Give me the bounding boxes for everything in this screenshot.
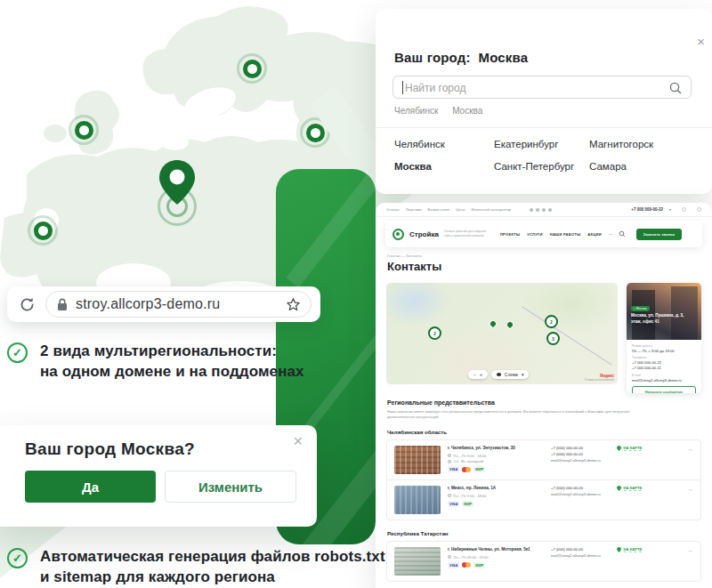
mir-badge: МИР xyxy=(462,501,473,507)
url-text[interactable]: stroy.allcorp3-demo.ru xyxy=(76,296,220,312)
office-thumb xyxy=(394,446,441,474)
email-value[interactable]: mail@stroy2.allcorp3-demo.ru xyxy=(632,378,696,383)
nav-item[interactable]: Услуги xyxy=(527,232,543,237)
city-option[interactable]: Екатеринбург xyxy=(494,139,574,149)
search-icon[interactable] xyxy=(668,81,683,95)
map-cluster[interactable]: 3 xyxy=(546,332,560,345)
map-pin-icon xyxy=(617,547,621,552)
mastercard-badge xyxy=(462,562,471,568)
office-phone[interactable]: +7 (000) 000-00-00 xyxy=(551,446,606,450)
yes-button[interactable]: Да xyxy=(25,471,156,503)
offices-box: г. Набережные Челны, ул. Моторная, 5к1 П… xyxy=(386,541,701,582)
office-schedule: Пн – Пт 9:00 - 18:00 xyxy=(448,494,544,498)
region-heading: Республика Татарстан xyxy=(387,530,449,536)
lock-icon xyxy=(57,298,68,311)
search-icon[interactable] xyxy=(619,230,626,238)
zoom-in-button[interactable]: + xyxy=(480,372,482,377)
city-column-2: Екатеринбург Санкт-Петербург xyxy=(494,139,574,183)
map-cluster[interactable]: 2 xyxy=(428,326,441,340)
office-row[interactable]: г. Челябинск, ул. Энтузиастов, 30 Пн – П… xyxy=(387,440,700,479)
mir-badge: МИР xyxy=(473,466,485,472)
nav-item[interactable]: Наши работы xyxy=(550,232,581,237)
office-email[interactable]: mail@stroy2.allcorp3-demo.ru xyxy=(551,458,606,463)
phone-value[interactable]: +7 000 000-00-11 xyxy=(632,366,696,371)
arrow-right-icon[interactable]: → xyxy=(687,547,693,553)
site-nav: Проекты Услуги Наши работы Акции ··· xyxy=(500,232,613,237)
feature-robots-sitemap: ✓ Автоматическая генерация файлов robots… xyxy=(7,547,385,587)
bookmark-star-icon[interactable] xyxy=(285,296,302,313)
refresh-icon[interactable] xyxy=(18,295,36,314)
office-phone[interactable]: +7 (000) 000-00-00 xyxy=(551,486,606,490)
site-logo[interactable]: Стройка xyxy=(409,230,439,238)
office-email[interactable]: mail@stroy2.allcorp3-demo.ru xyxy=(551,553,606,559)
map-pin-icon xyxy=(617,486,621,491)
nav-item[interactable]: Акции xyxy=(587,232,602,237)
user-icon[interactable] xyxy=(682,207,686,212)
map-pin-icon[interactable] xyxy=(488,318,498,328)
recent-cities: Челябинск Москва xyxy=(394,106,494,116)
visa-badge: VISA xyxy=(448,562,459,568)
city-option-selected[interactable]: Москва xyxy=(394,161,445,172)
city-option[interactable]: Челябинск xyxy=(394,139,445,149)
recent-city[interactable]: Челябинск xyxy=(394,106,438,116)
breadcrumb-home[interactable]: Главная xyxy=(387,254,400,258)
nav-item[interactable]: Проекты xyxy=(500,232,520,237)
hours-value: Пн — Пт, с 9:00 до 19:00 xyxy=(632,349,696,354)
on-map-link[interactable]: На карте xyxy=(617,486,642,491)
call-request-button[interactable]: Заказать звонок xyxy=(636,229,682,240)
city-title-label: Ваш город: xyxy=(394,50,471,65)
cart-icon[interactable] xyxy=(697,207,701,212)
confirm-title: Ваш город Москва? xyxy=(25,439,195,459)
office-thumb xyxy=(394,547,441,576)
map-terms[interactable]: Условия использования xyxy=(585,378,614,382)
clock-icon xyxy=(448,494,451,497)
city-option[interactable]: Санкт-Петербург xyxy=(494,161,574,172)
mir-badge: МИР xyxy=(473,562,485,568)
social-icons[interactable] xyxy=(530,208,552,212)
text-caret xyxy=(402,81,403,94)
browser-address-bar: stroy.allcorp3-demo.ru xyxy=(7,286,320,322)
topbar-link[interactable]: Цены xyxy=(456,207,465,212)
close-icon[interactable]: × xyxy=(697,34,705,49)
nav-more[interactable]: ··· xyxy=(609,232,613,237)
url-field[interactable]: stroy.allcorp3-demo.ru xyxy=(45,291,312,318)
zoom-out-button[interactable]: − xyxy=(473,372,476,377)
city-option[interactable]: Самара xyxy=(589,161,653,172)
office-row[interactable]: г. Набережные Челны, ул. Моторная, 5к1 П… xyxy=(387,542,700,581)
arrow-right-icon[interactable]: → xyxy=(687,486,693,492)
on-map-link[interactable]: На карте xyxy=(617,547,642,552)
change-city-button[interactable]: Изменить xyxy=(165,471,296,503)
topbar-link[interactable]: Отзывы xyxy=(386,207,400,212)
phones-label: Телефоны xyxy=(632,356,696,359)
on-map-link[interactable]: На карте xyxy=(617,446,642,451)
recent-city[interactable]: Москва xyxy=(452,106,482,116)
region-heading: Челябинская область xyxy=(387,429,447,435)
office-phone[interactable]: +7 (000) 000-00-00 xyxy=(551,547,606,552)
contacts-map[interactable]: 2 2 3 − + Схема ▾ Яндекс Условия использ… xyxy=(386,283,618,384)
office-thumb xyxy=(394,486,441,514)
map-pin-icon[interactable] xyxy=(505,319,514,329)
city-option[interactable]: Магнитогорск xyxy=(589,139,653,149)
arrow-right-icon[interactable]: → xyxy=(687,446,693,452)
topbar-link[interactable]: Лицензии xyxy=(406,207,422,212)
topbar-link[interactable]: Вопрос-ответ xyxy=(428,207,450,212)
office-card: г. Москва Москва, ул. Пушкина, д. 3,этаж… xyxy=(627,283,701,393)
city-dialog-title: Ваш город: Москва xyxy=(394,50,528,65)
topbar-phone[interactable]: +7 000 000-00-22 xyxy=(631,207,663,212)
map-cluster[interactable]: 2 xyxy=(545,315,558,328)
city-chooser-dialog: × Ваш город: Москва Найти город Челябинс… xyxy=(376,9,712,194)
location-pin-icon xyxy=(156,158,198,206)
office-email[interactable]: mail@stroy2.allcorp3-demo.ru xyxy=(551,492,606,497)
layers-button[interactable]: Схема ▾ xyxy=(491,370,530,379)
site-header: Стройка Готовые решения для созданиясайт… xyxy=(385,221,702,247)
close-icon[interactable]: × xyxy=(293,432,303,451)
city-search-input[interactable]: Найти город xyxy=(392,76,692,99)
office-row[interactable]: г. Миасс, пр. Ленина, 1А Пн – Пт 9:00 - … xyxy=(387,479,700,520)
office-phone[interactable]: +7 (000) 000-00-01 xyxy=(551,452,606,456)
clock-icon xyxy=(448,460,451,463)
topbar-link[interactable]: Ипотечный калькулятор xyxy=(472,207,512,212)
zoom-controls[interactable]: − + xyxy=(468,370,488,379)
office-row-address: г. Набережные Челны, ул. Моторная, 5к1 xyxy=(448,547,544,553)
write-message-button[interactable]: Написать сообщение xyxy=(632,386,696,394)
office-info: г. Миасс, пр. Ленина, 1А Пн – Пт 9:00 - … xyxy=(448,486,544,507)
